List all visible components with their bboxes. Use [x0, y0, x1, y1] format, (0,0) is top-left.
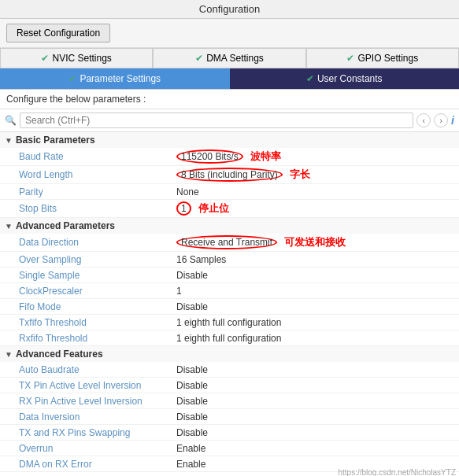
title-bar: Configuration	[0, 0, 459, 19]
param-stop-bits-name: Stop Bits	[19, 203, 176, 214]
param-word-length-value: 8 Bits (including Parity) 字长	[176, 168, 310, 182]
param-auto-baudrate-name: Auto Baudrate	[19, 364, 176, 375]
advanced-label: Advanced Parameters	[16, 220, 115, 231]
basic-label: Basic Parameters	[16, 135, 95, 146]
word-length-annotation: 字长	[290, 168, 310, 180]
configure-label: Configure the below parameters :	[0, 90, 459, 109]
gpio-check-icon: ✔	[346, 53, 354, 64]
param-overrun-value: Enable	[176, 443, 205, 454]
next-button[interactable]: ›	[434, 113, 448, 127]
stop-bits-highlight: 1	[176, 201, 191, 216]
param-fifo-mode-value: Disable	[176, 301, 208, 312]
param-parity: Parity None	[0, 184, 459, 200]
info-icon[interactable]: i	[451, 114, 454, 127]
param-over-sampling-value: 16 Samples	[176, 254, 226, 265]
params-area: ▼ Basic Parameters Baud Rate 115200 Bits…	[0, 132, 459, 476]
param-clock-prescaler: ClockPrescaler 1	[0, 283, 459, 299]
param-over-sampling: Over Sampling 16 Samples	[0, 252, 459, 268]
param-word-length: Word Length 8 Bits (including Parity) 字长	[0, 166, 459, 184]
param-data-direction-value: Receive and Transmit 可发送和接收	[176, 235, 346, 249]
section-features[interactable]: ▼ Advanced Features	[0, 346, 459, 362]
param-data-direction-name: Data Direction	[19, 237, 176, 248]
param-overrun: Overrun Enable	[0, 441, 459, 456]
tab-user[interactable]: ✔ User Constants	[230, 68, 460, 89]
tab-nvic[interactable]: ✔ NVIC Settings	[0, 48, 153, 68]
param-data-direction: Data Direction Receive and Transmit 可发送和…	[0, 234, 459, 252]
baud-rate-highlight: 115200 Bits/s	[176, 149, 243, 164]
dma-check-icon: ✔	[195, 53, 203, 64]
tab-nvic-label: NVIC Settings	[52, 53, 111, 64]
param-rx-pin-inversion-value: Disable	[176, 396, 208, 407]
tab-params[interactable]: ✔ Parameter Settings	[0, 68, 230, 89]
param-txfifo-threshold: Txfifo Threshold 1 eighth full configura…	[0, 315, 459, 330]
section-basic[interactable]: ▼ Basic Parameters	[0, 132, 459, 148]
tab-dma-label: DMA Settings	[206, 53, 264, 64]
param-dma-rx-error: DMA on RX Error Enable	[0, 456, 459, 472]
param-tx-pin-inversion: TX Pin Active Level Inversion Disable	[0, 378, 459, 393]
section-advanced[interactable]: ▼ Advanced Parameters	[0, 218, 459, 234]
param-txfifo-threshold-value: 1 eighth full configuration	[176, 317, 281, 328]
param-single-sample: Single Sample Disable	[0, 268, 459, 283]
param-parity-value: None	[176, 186, 199, 197]
param-auto-baudrate-value: Disable	[176, 364, 208, 375]
param-baud-rate-value: 115200 Bits/s 波特率	[176, 149, 281, 164]
param-rxfifo-threshold: Rxfifo Threshold 1 eighth full configura…	[0, 330, 459, 346]
param-rxfifo-threshold-name: Rxfifo Threshold	[19, 333, 176, 344]
param-word-length-name: Word Length	[19, 169, 176, 180]
param-pins-swapping-value: Disable	[176, 427, 208, 438]
params-check-icon: ✔	[68, 73, 76, 84]
param-fifo-mode-name: Fifo Mode	[19, 301, 176, 312]
advanced-arrow-icon: ▼	[5, 222, 13, 231]
nvic-check-icon: ✔	[41, 53, 49, 64]
prev-button[interactable]: ‹	[416, 113, 431, 127]
title: Configuration	[199, 3, 260, 15]
tabs-row1: ✔ NVIC Settings ✔ DMA Settings ✔ GPIO Se…	[0, 48, 459, 68]
tab-gpio-label: GPIO Settings	[357, 53, 418, 64]
param-clock-prescaler-name: ClockPrescaler	[19, 286, 176, 297]
search-input[interactable]	[20, 113, 413, 128]
param-single-sample-name: Single Sample	[19, 270, 176, 281]
basic-arrow-icon: ▼	[5, 136, 13, 145]
param-rx-pin-inversion: RX Pin Active Level Inversion Disable	[0, 393, 459, 409]
features-arrow-icon: ▼	[5, 350, 13, 359]
param-auto-baudrate: Auto Baudrate Disable	[0, 362, 459, 378]
user-check-icon: ✔	[306, 73, 314, 84]
data-direction-annotation: 可发送和接收	[284, 236, 346, 248]
tab-dma[interactable]: ✔ DMA Settings	[153, 48, 305, 68]
param-stop-bits-value: 1 停止位	[176, 201, 229, 216]
param-stop-bits: Stop Bits 1 停止位	[0, 200, 459, 218]
param-baud-rate: Baud Rate 115200 Bits/s 波特率	[0, 148, 459, 166]
param-data-inversion-name: Data Inversion	[19, 411, 176, 422]
tabs-row2: ✔ Parameter Settings ✔ User Constants	[0, 68, 459, 90]
param-msb-first: MSB First Disable https://blog.csdn.net/…	[0, 472, 459, 476]
param-tx-pin-inversion-name: TX Pin Active Level Inversion	[19, 380, 176, 391]
param-rx-pin-inversion-name: RX Pin Active Level Inversion	[19, 396, 176, 407]
param-data-inversion-value: Disable	[176, 411, 208, 422]
param-baud-rate-name: Baud Rate	[19, 151, 176, 162]
stop-bits-annotation: 停止位	[198, 202, 229, 214]
param-tx-pin-inversion-value: Disable	[176, 380, 208, 391]
reset-button[interactable]: Reset Configuration	[6, 24, 110, 42]
search-row: 🔍 ‹ › i	[0, 109, 459, 132]
param-overrun-name: Overrun	[19, 443, 176, 454]
param-fifo-mode: Fifo Mode Disable	[0, 299, 459, 315]
param-rxfifo-threshold-value: 1 eighth full configuration	[176, 333, 281, 344]
features-label: Advanced Features	[16, 349, 103, 360]
param-txfifo-threshold-name: Txfifo Threshold	[19, 317, 176, 328]
toolbar: Reset Configuration	[0, 19, 459, 48]
param-data-inversion: Data Inversion Disable	[0, 409, 459, 425]
search-icon: 🔍	[5, 115, 17, 126]
param-pins-swapping-name: TX and RX Pins Swapping	[19, 427, 176, 438]
param-dma-rx-error-value: Enable	[176, 459, 205, 470]
tab-user-label: User Constants	[317, 73, 383, 84]
param-pins-swapping: TX and RX Pins Swapping Disable	[0, 425, 459, 441]
data-direction-highlight: Receive and Transmit	[176, 235, 277, 249]
param-dma-rx-error-name: DMA on RX Error	[19, 459, 176, 470]
param-single-sample-value: Disable	[176, 270, 208, 281]
word-length-highlight: 8 Bits (including Parity)	[176, 168, 283, 182]
param-over-sampling-name: Over Sampling	[19, 254, 176, 265]
tab-gpio[interactable]: ✔ GPIO Settings	[306, 48, 459, 68]
baud-rate-annotation: 波特率	[250, 150, 281, 162]
tab-params-label: Parameter Settings	[80, 73, 161, 84]
param-parity-name: Parity	[19, 186, 176, 197]
